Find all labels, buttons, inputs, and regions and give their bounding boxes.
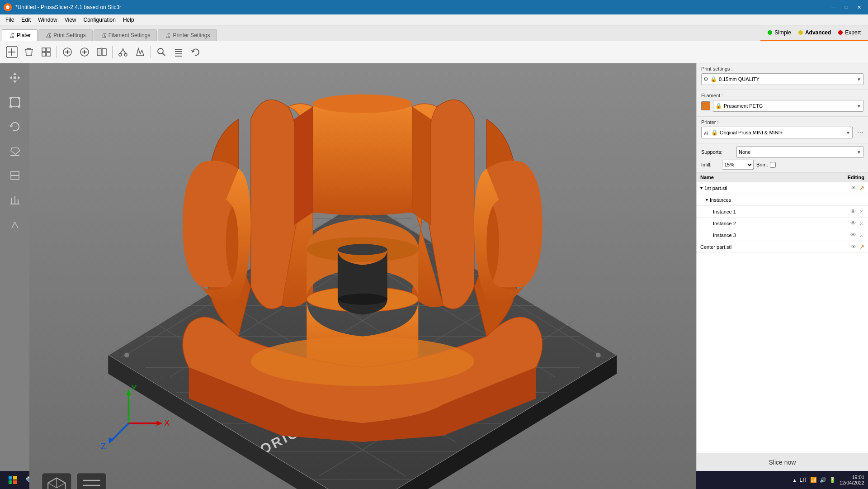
print-settings-value: 0.15mm QUALITY [717,76,857,82]
col-name-header: Name [700,175,837,180]
minimize-button[interactable]: — [828,3,839,12]
layers-button[interactable] [170,44,187,60]
mirror-button[interactable] [94,44,110,60]
sidebar-rotate-tool[interactable] [4,116,26,138]
sidebar-seam-tool[interactable] [4,214,26,235]
mode-advanced-label: Advanced [805,29,831,36]
visibility-instance-3-icon[interactable]: 👁 [850,232,856,238]
svg-point-81 [338,244,387,255]
expand-1st-part-arrow[interactable]: ▾ [700,185,703,190]
supports-infill-section: Supports: None ▼ Infill: 15% 10% 20% 25% [697,143,868,173]
print-settings-select[interactable]: ⚙ 🔒 0.15mm QUALITY ▼ [701,73,863,85]
expand-instances-arrow[interactable]: ▾ [706,197,708,202]
3d-scene: ORIGINAL PRUSA MINI [29,63,696,489]
taskbar-right: ▲ LIT 📶 🔊 🔋 19:01 12/04/2022 [793,475,864,485]
svg-point-21 [158,48,163,54]
supports-select[interactable]: None ▼ [736,146,863,158]
menu-item-window[interactable]: Window [34,14,61,25]
list-item-center-part[interactable]: Center part.stl 👁 ↗ [697,241,868,253]
infill-select[interactable]: 15% 10% 20% 25% [722,160,754,170]
maximize-button[interactable]: □ [841,3,852,12]
mode-advanced[interactable]: Advanced [798,29,831,36]
edit-1st-part-icon[interactable]: ↗ [859,185,864,191]
tray-battery[interactable]: 🔋 [829,477,836,483]
brim-checkbox[interactable] [770,162,776,168]
add-button[interactable] [4,44,20,60]
svg-rect-106 [13,480,17,484]
item-name-instance-3: Instance 3 [713,233,850,238]
paint-button[interactable] [132,44,148,60]
mode-simple[interactable]: Simple [768,29,791,36]
sidebar-flatten-tool[interactable] [4,140,26,162]
right-panel: Print settings : ⚙ 🔒 0.15mm QUALITY ▼ Fi… [696,63,868,471]
app-icon [4,3,12,11]
visibility-instance-2-icon[interactable]: 👁 [850,220,856,227]
start-button[interactable] [4,471,22,489]
mode-simple-label: Simple [774,29,791,36]
arrange-instance-3-icon[interactable]: ⁙ [859,232,864,239]
plater-icon: 🖨 [9,32,15,39]
close-button[interactable]: ✕ [854,3,864,12]
visibility-1st-part-icon[interactable]: 👁 [851,185,857,191]
list-item-instances[interactable]: ▾ Instances [697,194,868,206]
tab-printer-settings[interactable]: 🖨 Printer Settings [158,29,217,41]
item-label-instances: Instances [710,197,731,203]
content-area: ORIGINAL PRUSA MINI [0,63,868,471]
svg-rect-35 [9,105,12,108]
tray-up-arrow[interactable]: ▲ [793,478,797,483]
list-item-instance-1[interactable]: Instance 1 👁 ⁙ [697,206,868,218]
tray-speaker[interactable]: 🔊 [820,477,826,483]
menubar: FileEditWindowViewConfigurationHelp [0,14,868,25]
menu-item-edit[interactable]: Edit [18,14,34,25]
printer-select[interactable]: 🖨 🔒 Original Prusa MINI & MINI+ ▼ [701,127,853,138]
printer-arrow: ▼ [846,130,850,135]
undo-button[interactable] [188,44,204,60]
svg-line-22 [163,53,165,56]
col-editing-header: Editing [837,175,864,180]
edit-center-part-icon[interactable]: ↗ [859,243,864,250]
arrange-instance-2-icon[interactable]: ⁙ [859,220,864,227]
list-item-instance-2[interactable]: Instance 2 👁 ⁙ [697,218,868,229]
sidebar-cut-tool[interactable] [4,165,26,186]
filament-row: 🔒 Prusament PETG ▼ [701,100,863,112]
toolbar [0,41,868,63]
arrange-button[interactable] [38,44,54,60]
printer-label: Printer : [701,119,863,125]
arrange-instance-1-icon[interactable]: ⁙ [859,208,864,215]
mode-expert[interactable]: Expert [838,29,861,36]
menu-item-view[interactable]: View [61,14,80,25]
menu-item-configuration[interactable]: Configuration [80,14,119,25]
sidebar-move-tool[interactable] [4,67,26,89]
sidebar-scale-tool[interactable] [4,91,26,113]
tab-plater[interactable]: 🖨 Plater [2,29,38,41]
taskbar-time: 19:01 12/04/2022 [840,475,864,485]
list-item-instance-3[interactable]: Instance 3 👁 ⁙ [697,229,868,241]
left-sidebar [0,63,29,471]
tab-print-settings[interactable]: 🖨 Print Settings [38,29,92,41]
tab-plater-label: Plater [17,32,31,38]
item-label-instance-3: Instance 3 [713,233,736,238]
window-title: *Untitled - PrusaSlicer-2.4.1 based on S… [15,4,121,10]
copy-button[interactable] [59,44,75,60]
filament-settings-icon: 🖨 [100,32,107,39]
tab-filament-settings[interactable]: 🖨 Filament Settings [94,29,157,41]
cut-button[interactable] [115,44,131,60]
filament-color-swatch[interactable] [701,101,710,110]
tray-wifi[interactable]: 📶 [810,477,817,483]
list-item-1st-part[interactable]: ▾ 1st part.stl 👁 ↗ [697,182,868,194]
mode-selector: Simple Advanced Expert [760,25,868,40]
svg-text:Y: Y [131,383,137,393]
scale-button[interactable] [76,44,93,60]
delete-button[interactable] [21,44,37,60]
search-button[interactable] [153,44,170,60]
menu-item-help[interactable]: Help [119,14,138,25]
filament-select[interactable]: 🔒 Prusament PETG ▼ [713,100,863,112]
svg-rect-34 [18,97,20,99]
visibility-instance-1-icon[interactable]: 👁 [850,208,856,215]
visibility-center-part-icon[interactable]: 👁 [851,243,857,250]
item-name-1st-part: ▾ 1st part.stl [700,185,851,191]
svg-point-17 [124,53,127,56]
sidebar-support-tool[interactable] [4,189,26,211]
slice-button[interactable]: Slice now [697,453,868,471]
menu-item-file[interactable]: File [2,14,18,25]
